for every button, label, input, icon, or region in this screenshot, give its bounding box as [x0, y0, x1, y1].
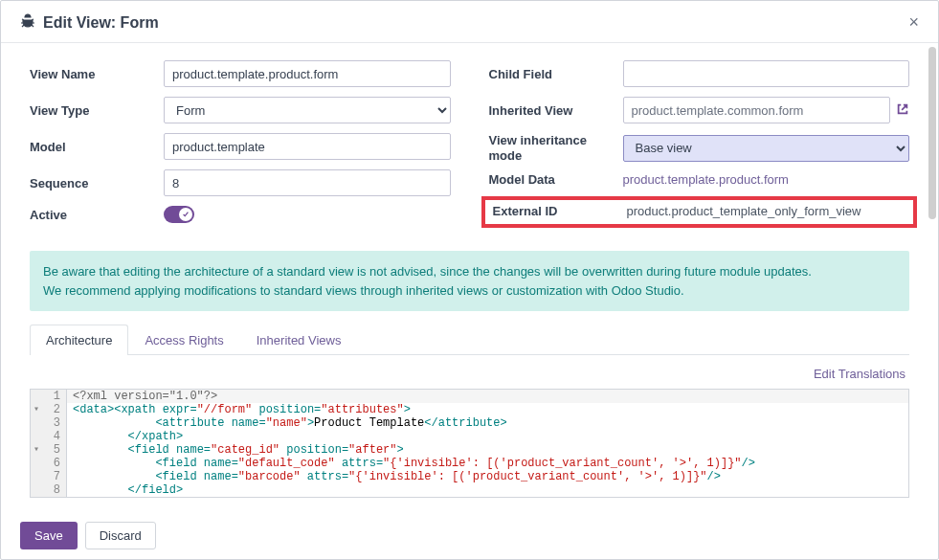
- form-grid: View Name View Type Form Model Sequence …: [30, 60, 909, 228]
- external-id-label: External ID: [493, 204, 617, 218]
- code-line[interactable]: 5▾ <field name="categ_id" position="afte…: [31, 443, 908, 457]
- external-id-highlight: External ID product.product_template_onl…: [481, 196, 918, 228]
- code-line[interactable]: 6 <field name="default_code" attrs="{'in…: [31, 457, 908, 470]
- code-line[interactable]: 4 </xpath>: [31, 430, 908, 443]
- scrollbar-thumb[interactable]: [928, 47, 936, 219]
- tab-inherited-views[interactable]: Inherited Views: [240, 325, 358, 355]
- child-field-input[interactable]: [623, 60, 910, 87]
- view-name-input[interactable]: [164, 60, 451, 87]
- inherit-mode-label: View inheritance mode: [489, 133, 614, 163]
- inherited-view-input[interactable]: [623, 97, 891, 123]
- active-label: Active: [30, 208, 154, 222]
- active-toggle[interactable]: [164, 206, 194, 223]
- external-link-icon[interactable]: [896, 102, 909, 119]
- code-line[interactable]: 1<?xml version="1.0"?>: [31, 390, 908, 403]
- external-id-value: product.product_template_only_form_view: [627, 204, 861, 218]
- scrollbar-track[interactable]: [928, 47, 936, 505]
- bug-icon: [20, 13, 35, 32]
- info-line-1: Be aware that editing the architecture o…: [43, 262, 896, 281]
- modal-body: View Name View Type Form Model Sequence …: [1, 43, 938, 512]
- child-field-label: Child Field: [489, 67, 614, 81]
- model-label: Model: [30, 140, 154, 154]
- code-line[interactable]: 8 </field>: [31, 483, 908, 497]
- view-type-select[interactable]: Form: [164, 97, 451, 123]
- code-line[interactable]: 3 <attribute name="name">Product Templat…: [31, 416, 908, 430]
- inherit-mode-select[interactable]: Base view: [623, 135, 910, 162]
- code-editor[interactable]: 1<?xml version="1.0"?>2▾<data><xpath exp…: [30, 389, 909, 498]
- tab-access-rights[interactable]: Access Rights: [128, 325, 239, 355]
- modal-footer: Save Discard: [1, 512, 938, 559]
- info-box: Be aware that editing the architecture o…: [30, 251, 909, 311]
- inherited-view-label: Inherited View: [489, 103, 614, 118]
- info-line-2: We recommend applying modifications to s…: [43, 281, 896, 301]
- model-data-label: Model Data: [489, 172, 614, 187]
- edit-view-modal: Edit View: Form × View Name View Type Fo…: [0, 0, 939, 560]
- save-button[interactable]: Save: [20, 522, 78, 549]
- tab-architecture[interactable]: Architecture: [30, 325, 128, 355]
- model-input[interactable]: [164, 133, 451, 160]
- form-col-right: Child Field Inherited View View inherita…: [489, 60, 910, 228]
- form-col-left: View Name View Type Form Model Sequence …: [30, 60, 451, 228]
- sequence-input[interactable]: [164, 169, 451, 196]
- code-line[interactable]: 7 <field name="barcode" attrs="{'invisib…: [31, 470, 908, 483]
- tabs: Architecture Access Rights Inherited Vie…: [30, 325, 909, 355]
- model-data-link[interactable]: product.template.product.form: [623, 172, 789, 187]
- code-line[interactable]: 2▾<data><xpath expr="//form" position="a…: [31, 403, 908, 416]
- view-type-label: View Type: [30, 103, 154, 118]
- modal-title: Edit View: Form: [43, 14, 159, 32]
- discard-button[interactable]: Discard: [85, 522, 156, 549]
- close-icon[interactable]: ×: [908, 12, 919, 33]
- edit-translations-link[interactable]: Edit Translations: [30, 355, 909, 389]
- view-name-label: View Name: [30, 67, 154, 81]
- modal-header: Edit View: Form ×: [1, 1, 938, 43]
- sequence-label: Sequence: [30, 176, 154, 190]
